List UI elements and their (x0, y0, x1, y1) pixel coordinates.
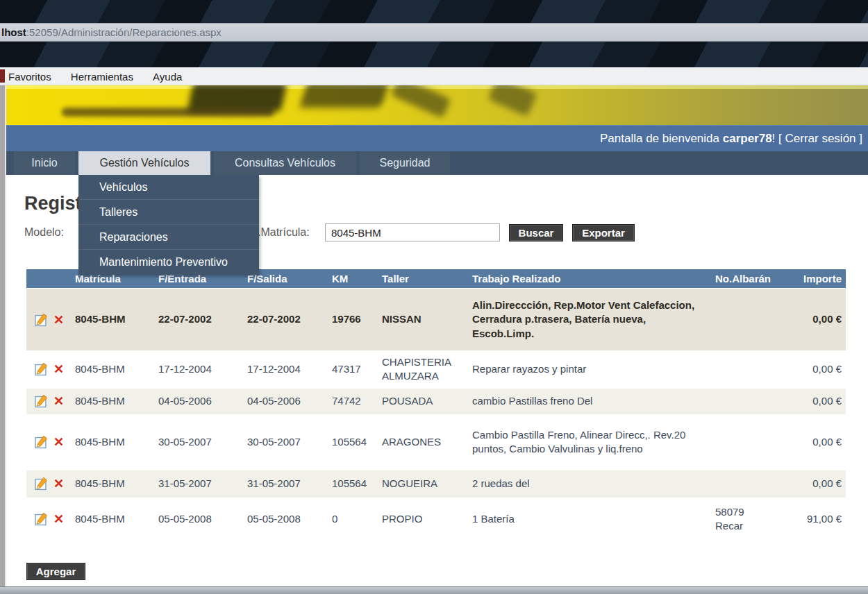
cell-actions: ✕ (26, 473, 69, 495)
window-left-border (0, 85, 6, 586)
dropdown-item-vehiculos[interactable]: Vehículos (78, 175, 259, 200)
delete-icon[interactable]: ✕ (53, 477, 64, 490)
delete-icon[interactable]: ✕ (53, 436, 64, 448)
nav-tab-label: Inicio (31, 157, 57, 169)
header-km: KM (326, 273, 376, 285)
left-edge-artifact (0, 69, 5, 83)
cell-km: 74742 (326, 390, 376, 412)
company-name-blurred (62, 108, 274, 117)
main-nav: Inicio Gestión Vehículos Consultas Vehíc… (6, 151, 868, 175)
matricula-label: .Matrícula: (258, 226, 310, 239)
edit-icon[interactable] (35, 394, 49, 408)
table-row: ✕ 8045-BHM 05-05-2008 05-05-2008 0 PROPI… (26, 498, 846, 541)
table-row: ✕ 8045-BHM 31-05-2007 31-05-2007 105564 … (26, 470, 846, 498)
buscar-button[interactable]: Buscar (509, 224, 563, 241)
table-row: ✕ 8045-BHM 04-05-2006 04-05-2006 74742 P… (26, 389, 846, 415)
cell-actions: ✕ (26, 358, 69, 380)
dropdown-item-reparaciones[interactable]: Reparaciones (78, 225, 259, 250)
cell-f-salida: 31-05-2007 (242, 473, 326, 495)
matricula-input[interactable] (325, 223, 500, 241)
nav-tab-gestion-vehiculos[interactable]: Gestión Vehículos (78, 151, 210, 175)
nav-tab-consultas-vehiculos[interactable]: Consultas Vehículos (214, 151, 356, 175)
address-bar[interactable]: lhost:52059/Administración/Reparaciones.… (0, 23, 868, 42)
cell-taller: ARAGONES (376, 431, 467, 453)
cell-matricula: 8045-BHM (69, 358, 153, 380)
cell-albaran (710, 438, 779, 446)
cell-trabajo: Cambio Pastilla Freno, Alinear Direcc,. … (467, 424, 710, 461)
banner-smudge (487, 85, 537, 117)
status-bar (0, 586, 868, 594)
cell-albaran (710, 316, 779, 324)
cell-matricula: 8045-BHM (69, 431, 153, 453)
edit-icon[interactable] (35, 512, 49, 526)
cell-taller: PROPIO (376, 508, 467, 530)
cell-km: 19766 (326, 308, 376, 330)
nav-tab-label: Consultas Vehículos (235, 157, 335, 169)
cell-trabajo: Reparar rayazos y pintar (467, 358, 710, 380)
cell-f-entrada: 17-12-2004 (153, 358, 242, 380)
cell-trabajo: 2 ruedas del (467, 473, 710, 495)
repairs-table: Matrícula F/Entrada F/Salida KM Taller T… (26, 269, 846, 541)
cell-km: 105564 (326, 431, 376, 453)
cell-matricula: 8045-BHM (69, 308, 153, 330)
gestion-vehiculos-dropdown: Vehículos Talleres Reparaciones Mantenim… (78, 175, 259, 275)
browser-tab-strip: × (0, 42, 868, 67)
delete-icon[interactable]: ✕ (53, 314, 64, 326)
company-banner (6, 85, 868, 125)
edit-icon[interactable] (35, 435, 49, 449)
cell-albaran (710, 365, 779, 373)
cell-km: 47317 (326, 358, 376, 380)
delete-icon[interactable]: ✕ (53, 513, 64, 525)
menu-herramientas[interactable]: Herramientas (62, 69, 142, 84)
cell-importe: 0,00 € (779, 390, 846, 412)
banner-highlight (6, 85, 868, 89)
cell-taller: NISSAN (376, 308, 467, 330)
cell-importe: 91,00 € (779, 508, 846, 530)
agregar-button[interactable]: Agregar (26, 563, 85, 580)
cell-trabajo: Alin.Direccción, Rep.Motor Vent Calefacc… (467, 294, 710, 345)
cell-importe: 0,00 € (779, 473, 846, 495)
nav-tab-label: Gestión Vehículos (100, 157, 190, 169)
cell-f-entrada: 05-05-2008 (153, 508, 242, 530)
cell-importe: 0,00 € (779, 431, 846, 453)
url-domain: lhost (1, 26, 26, 38)
header-taller: Taller (376, 273, 467, 285)
dropdown-item-talleres[interactable]: Talleres (78, 200, 259, 225)
dropdown-item-mantenimiento[interactable]: Mantenimiento Preventivo (78, 250, 259, 275)
cell-actions: ✕ (26, 309, 69, 331)
cell-trabajo: cambio Pastillas freno Del (467, 390, 710, 412)
browser-titlebar (0, 0, 868, 23)
delete-icon[interactable]: ✕ (53, 363, 64, 375)
logout-link[interactable]: [ Cerrar sesión ] (778, 132, 862, 146)
delete-icon[interactable]: ✕ (53, 395, 64, 407)
menu-favoritos[interactable]: Favoritos (0, 69, 60, 84)
cell-f-salida: 05-05-2008 (242, 508, 326, 530)
header-trabajo: Trabajo Realizado (467, 273, 710, 285)
nav-tab-inicio[interactable]: Inicio (14, 151, 75, 175)
table-row: ✕ 8045-BHM 22-07-2002 22-07-2002 19766 N… (26, 289, 846, 351)
company-logo-blurred (299, 85, 390, 108)
cell-actions: ✕ (26, 431, 69, 453)
cell-trabajo: 1 Batería (467, 508, 710, 530)
welcome-text: Pantalla de bienvenida (600, 132, 723, 146)
cell-km: 105564 (326, 473, 376, 495)
cell-f-entrada: 04-05-2006 (153, 390, 242, 412)
exportar-button[interactable]: Exportar (572, 224, 635, 241)
edit-icon[interactable] (35, 313, 49, 327)
page-title: Registro de Reparaciones (24, 193, 84, 217)
nav-tab-seguridad[interactable]: Seguridad (360, 151, 450, 175)
edit-icon[interactable] (35, 477, 49, 491)
welcome-bar: Pantalla de bienvenida carper78! [ Cerra… (6, 125, 868, 151)
cell-f-salida: 22-07-2002 (242, 308, 326, 330)
cell-matricula: 8045-BHM (69, 508, 153, 530)
cell-taller: CHAPISTERIA ALMUZARA (376, 351, 467, 388)
cell-importe: 0,00 € (779, 358, 846, 380)
cell-actions: ✕ (26, 390, 69, 412)
menu-ayuda[interactable]: Ayuda (144, 69, 190, 84)
cell-albaran: 58079 Recar (710, 501, 779, 538)
cell-matricula: 8045-BHM (69, 390, 153, 412)
banner-smudge (390, 85, 451, 118)
header-albaran: No.Albarán (710, 273, 779, 285)
username: carper78 (723, 132, 772, 146)
edit-icon[interactable] (35, 362, 49, 376)
